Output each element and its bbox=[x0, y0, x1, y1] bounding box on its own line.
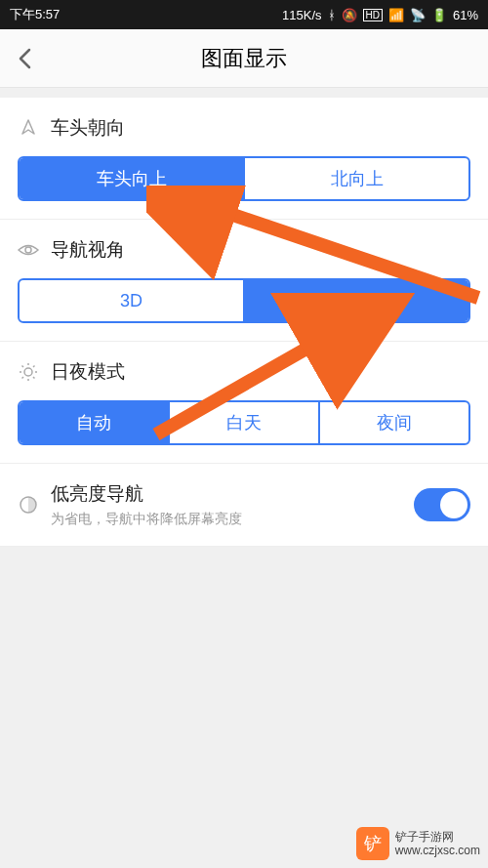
opt-day[interactable]: 白天 bbox=[168, 402, 318, 443]
brightness-subtitle: 为省电，导航中将降低屏幕亮度 bbox=[51, 511, 414, 528]
daynight-title: 日夜模式 bbox=[51, 359, 125, 385]
svg-point-0 bbox=[25, 247, 31, 253]
page-title: 图面显示 bbox=[0, 44, 488, 73]
status-right: 115K/s ᚼ 🔕 HD 📶 📡 🔋 61% bbox=[282, 8, 478, 22]
view-title: 导航视角 bbox=[51, 237, 125, 263]
heading-title: 车头朝向 bbox=[51, 115, 125, 141]
svg-line-7 bbox=[33, 377, 35, 379]
opt-auto[interactable]: 自动 bbox=[20, 402, 168, 443]
opt-2d[interactable]: 2D bbox=[243, 280, 468, 321]
brightness-icon bbox=[18, 494, 39, 516]
toggle-knob bbox=[440, 491, 468, 518]
section-daynight: 日夜模式 自动 白天 夜间 bbox=[0, 342, 488, 464]
watermark-url: www.czjxsc.com bbox=[395, 844, 480, 857]
eye-icon bbox=[18, 239, 39, 261]
section-view: 导航视角 3D 2D bbox=[0, 220, 488, 342]
hd-icon: HD bbox=[363, 9, 383, 21]
row-low-brightness: 低亮度导航 为省电，导航中将降低屏幕亮度 bbox=[0, 464, 488, 547]
opt-head-up[interactable]: 车头向上 bbox=[20, 158, 243, 199]
seg-daynight: 自动 白天 夜间 bbox=[18, 400, 470, 445]
section-heading: 车头朝向 车头向上 北向上 bbox=[0, 98, 488, 220]
svg-line-8 bbox=[33, 366, 35, 368]
brightness-title: 低亮度导航 bbox=[51, 481, 414, 507]
svg-line-9 bbox=[22, 377, 24, 379]
wifi-icon: 📡 bbox=[410, 8, 426, 22]
brightness-toggle[interactable] bbox=[414, 488, 470, 521]
svg-line-6 bbox=[22, 366, 24, 368]
seg-view: 3D 2D bbox=[18, 278, 470, 323]
status-speed: 115K/s bbox=[282, 8, 321, 22]
arrow-icon bbox=[18, 117, 39, 139]
seg-heading: 车头向上 北向上 bbox=[18, 156, 470, 201]
watermark-logo-icon: 铲 bbox=[356, 827, 389, 860]
battery-icon: 🔋 bbox=[431, 8, 447, 22]
watermark: 铲 铲子手游网 www.czjxsc.com bbox=[356, 827, 480, 860]
content: 车头朝向 车头向上 北向上 导航视角 3D 2D 日夜模式 自动 白天 bbox=[0, 98, 488, 547]
opt-north-up[interactable]: 北向上 bbox=[243, 158, 468, 199]
chevron-left-icon bbox=[18, 48, 31, 69]
signal-icon: 📶 bbox=[388, 8, 404, 22]
opt-night[interactable]: 夜间 bbox=[318, 402, 468, 443]
sun-icon bbox=[18, 361, 39, 383]
bluetooth-icon: ᚼ bbox=[328, 8, 336, 22]
back-button[interactable] bbox=[0, 29, 49, 88]
mute-icon: 🔕 bbox=[342, 8, 357, 22]
status-time: 下午5:57 bbox=[10, 6, 60, 23]
status-bar: 下午5:57 115K/s ᚼ 🔕 HD 📶 📡 🔋 61% bbox=[0, 0, 488, 29]
battery-pct: 61% bbox=[453, 8, 478, 22]
header: 图面显示 bbox=[0, 29, 488, 88]
opt-3d[interactable]: 3D bbox=[20, 280, 243, 321]
svg-point-1 bbox=[24, 368, 32, 376]
watermark-brand: 铲子手游网 bbox=[395, 830, 480, 844]
